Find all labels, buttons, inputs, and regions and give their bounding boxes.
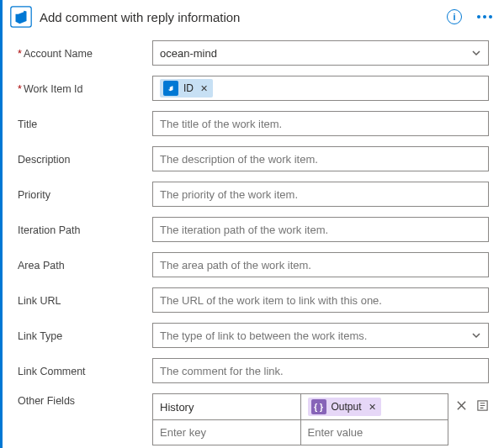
title-input[interactable]: The title of the work item. [152, 111, 489, 136]
token-label: ID [183, 82, 194, 94]
priority-label: Priority [18, 187, 152, 201]
action-card: Add comment with reply information i Acc… [0, 0, 504, 448]
other-fields-key-input[interactable]: Enter key [153, 420, 300, 445]
card-title: Add comment with reply information [40, 10, 440, 24]
other-fields-label: Other Fields [18, 393, 152, 407]
link-comment-input[interactable]: The comment for the link. [152, 358, 489, 383]
description-input[interactable]: The description of the work item. [152, 146, 489, 171]
azure-devops-token-icon [163, 81, 178, 96]
area-path-label: Area Path [18, 258, 152, 271]
more-menu-icon[interactable] [474, 12, 496, 22]
text-mode-icon[interactable] [476, 399, 489, 412]
link-type-label: Link Type [18, 329, 152, 342]
work-item-id-token[interactable]: ID ✕ [160, 79, 213, 98]
other-fields-table: History { } Output ✕ Enter key Enter val… [152, 393, 448, 445]
other-fields-value-cell[interactable]: { } Output ✕ [300, 394, 448, 419]
card-body: Account Name ocean-mind Work Item Id ID [3, 37, 504, 448]
other-fields-key-cell[interactable]: History [153, 394, 300, 419]
token-label: Output [332, 401, 362, 413]
chevron-down-icon [471, 48, 481, 58]
account-name-select[interactable]: ocean-mind [152, 40, 489, 66]
link-url-input[interactable]: The URL of the work item to link with th… [152, 287, 489, 313]
other-fields-side-icons [455, 393, 489, 412]
card-header: Add comment with reply information i [3, 0, 504, 37]
account-name-label: Account Name [18, 46, 152, 60]
chevron-down-icon [471, 330, 481, 340]
output-token[interactable]: { } Output ✕ [308, 398, 381, 416]
description-label: Description [18, 152, 152, 166]
area-path-input[interactable]: The area path of the work item. [152, 252, 489, 277]
info-icon[interactable]: i [447, 9, 462, 24]
token-remove-icon[interactable]: ✕ [200, 83, 208, 94]
azure-devops-icon [9, 5, 33, 29]
link-comment-label: Link Comment [18, 364, 152, 377]
account-name-value: ocean-mind [160, 47, 217, 60]
title-label: Title [18, 117, 152, 130]
token-remove-icon[interactable]: ✕ [369, 402, 376, 413]
work-item-id-input[interactable]: ID ✕ [152, 76, 489, 101]
work-item-id-label: Work Item Id [18, 82, 152, 95]
table-row: Enter key Enter value [153, 419, 448, 445]
header-actions: i [447, 9, 496, 24]
link-url-label: Link URL [18, 293, 152, 307]
other-fields-value-input[interactable]: Enter value [300, 420, 448, 445]
delete-row-icon[interactable] [455, 399, 468, 412]
table-row: History { } Output ✕ [153, 394, 448, 419]
iteration-path-label: Iteration Path [18, 223, 152, 236]
dynamic-content-icon: { } [311, 399, 326, 414]
link-type-select[interactable]: The type of link to between the work ite… [152, 323, 489, 348]
iteration-path-input[interactable]: The iteration path of the work item. [152, 217, 489, 242]
priority-input[interactable]: The priority of the work item. [152, 182, 489, 207]
